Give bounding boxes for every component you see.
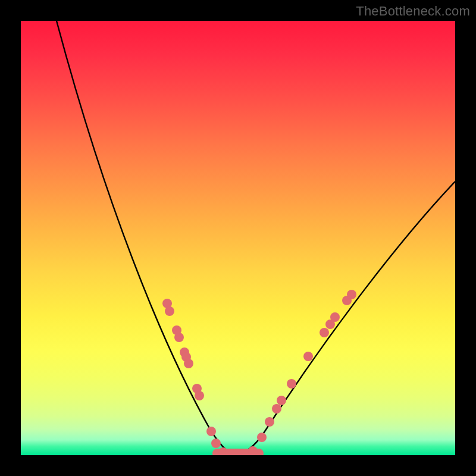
- curve-left-arm: [57, 21, 235, 453]
- marker-right-3: [277, 396, 286, 405]
- marker-right-1: [265, 417, 274, 427]
- outer-frame: TheBottleneck.com: [0, 0, 476, 476]
- marker-left-7: [192, 384, 202, 393]
- chart-svg: [21, 21, 455, 455]
- curve-right-arm: [235, 181, 455, 453]
- marker-right-6: [320, 328, 329, 337]
- marker-bottom-3: [240, 449, 249, 455]
- marker-left-2: [172, 325, 181, 335]
- marker-right-0: [257, 433, 267, 442]
- marker-right-9: [342, 296, 352, 305]
- marker-right-8: [330, 312, 340, 322]
- marker-right-7: [325, 320, 335, 329]
- marker-left-4: [180, 347, 189, 357]
- marker-left-0: [162, 299, 172, 308]
- marker-left-8: [195, 391, 204, 400]
- marker-right-2: [272, 404, 281, 414]
- marker-left-1: [165, 306, 174, 316]
- marker-left-10: [211, 439, 221, 448]
- marker-bottom-2: [233, 449, 242, 455]
- marker-right-5: [303, 352, 313, 361]
- marker-left-6: [184, 359, 193, 368]
- marker-bottom-4: [248, 446, 258, 455]
- marker-right-10: [347, 290, 356, 299]
- markers-group: [162, 290, 356, 455]
- marker-left-9: [206, 427, 216, 436]
- watermark-text: TheBottleneck.com: [356, 4, 470, 19]
- marker-bottom-0: [218, 447, 228, 455]
- marker-right-4: [287, 379, 296, 389]
- marker-bottom-1: [226, 449, 235, 455]
- marker-left-3: [174, 333, 184, 342]
- marker-left-5: [181, 352, 191, 362]
- gradient-plot-area: [21, 21, 455, 455]
